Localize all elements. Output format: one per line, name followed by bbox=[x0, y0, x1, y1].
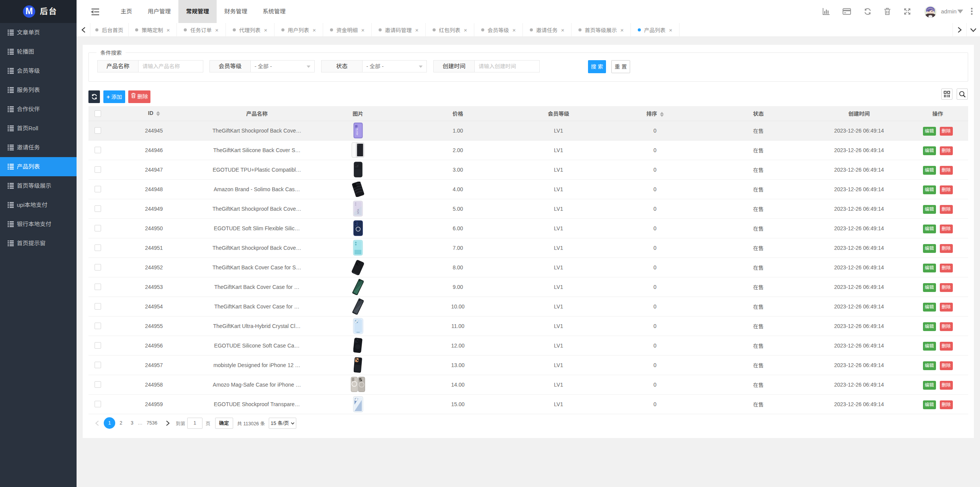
svg-text:M54: M54 bbox=[357, 209, 359, 214]
svg-text:A54 5G: A54 5G bbox=[356, 127, 358, 135]
